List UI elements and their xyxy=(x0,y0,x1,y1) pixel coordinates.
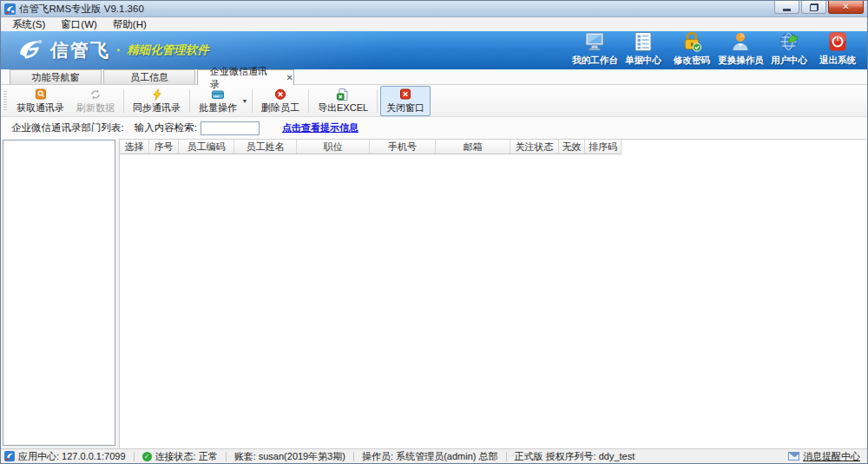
menu-help[interactable]: 帮助(H) xyxy=(105,17,155,32)
department-tree-panel[interactable] xyxy=(3,140,115,446)
column-header-sort-code[interactable]: 排序码 xyxy=(585,140,621,154)
brand: 信管飞 · 精细化管理软件 xyxy=(13,38,209,62)
status-separator xyxy=(226,452,227,461)
column-header-position[interactable]: 职位 xyxy=(297,140,370,154)
column-header-select[interactable]: 选择 xyxy=(120,140,149,154)
column-header-invalid[interactable]: 无效 xyxy=(559,140,585,154)
filter-row: 企业微信通讯录部门列表: 输入内容检索: 点击查看提示信息 xyxy=(1,117,867,139)
restore-icon xyxy=(810,3,819,11)
tab-function-navigation[interactable]: 功能导航窗 xyxy=(10,69,102,84)
export-excel-label: 导出EXCEL xyxy=(318,101,368,114)
get-contacts-button[interactable]: 获取通讯录 xyxy=(10,86,70,116)
minimize-button[interactable] xyxy=(774,1,799,14)
close-button[interactable]: ✕ xyxy=(828,1,864,14)
export-excel-icon xyxy=(336,88,350,101)
workbench-icon xyxy=(583,31,606,52)
close-window-icon xyxy=(398,88,412,101)
change-password-icon xyxy=(681,31,703,52)
app-center-segment[interactable]: 应用中心: 127.0.0.1:7099 xyxy=(4,450,126,463)
change-password-label: 修改密码 xyxy=(674,54,710,66)
document-center-button[interactable]: 单据中心 xyxy=(619,31,667,69)
sync-contacts-icon xyxy=(150,88,164,101)
refresh-icon xyxy=(89,88,102,101)
sync-contacts-label: 同步通讯录 xyxy=(133,101,181,114)
operator-text: 操作员: 系统管理员(admin) 总部 xyxy=(362,450,497,463)
account-segment: 账套: susan(2019年第3期) xyxy=(234,450,345,463)
search-label: 输入内容检索: xyxy=(135,121,197,134)
export-excel-button[interactable]: 导出EXCEL xyxy=(312,86,374,116)
message-center-link[interactable]: 消息提醒中心 xyxy=(803,450,860,463)
tab-employee-info-label: 员工信息 xyxy=(130,71,168,84)
connection-text: 连接状态: 正常 xyxy=(155,450,218,463)
minimize-icon xyxy=(783,9,791,11)
dept-list-label: 企业微信通讯录部门列表: xyxy=(11,121,124,134)
app-center-text: 应用中心: 127.0.0.1:7099 xyxy=(18,450,126,463)
column-header-email[interactable]: 邮箱 xyxy=(436,140,510,154)
user-center-icon xyxy=(778,31,800,52)
app-logo-icon xyxy=(4,3,16,15)
switch-operator-button[interactable]: 更换操作员 xyxy=(716,31,765,69)
contacts-table: 选择 序号 员工编码 员工姓名 职位 手机号 邮箱 关注状态 无效 排序码 xyxy=(119,139,866,448)
tab-bar: 功能导航窗 员工信息 企业微信通讯录 ✕ xyxy=(1,69,867,85)
batch-operation-label: 批量操作 xyxy=(199,101,237,114)
column-header-emp-code[interactable]: 员工编码 xyxy=(179,140,234,154)
app-center-logo-icon xyxy=(4,451,15,461)
tab-wechat-contacts-label: 企业微信通讯录 xyxy=(210,65,273,91)
toolbar-separator xyxy=(189,89,190,113)
refresh-data-label: 刷新数据 xyxy=(76,101,115,114)
brand-logo-icon xyxy=(13,38,44,62)
brand-separator: · xyxy=(116,42,121,58)
workbench-label: 我的工作台 xyxy=(572,54,618,66)
toolbar-separator xyxy=(123,89,124,113)
tab-function-navigation-label: 功能导航窗 xyxy=(32,71,80,84)
table-header-row: 选择 序号 员工编码 员工姓名 职位 手机号 邮箱 关注状态 无效 排序码 xyxy=(120,140,621,154)
banner-actions: 我的工作台 单据中心 xyxy=(570,31,862,69)
tab-employee-info[interactable]: 员工信息 xyxy=(103,69,195,84)
column-header-emp-name[interactable]: 员工姓名 xyxy=(234,140,297,154)
toolbar-separator xyxy=(252,89,253,113)
toolbar-grip[interactable] xyxy=(3,91,7,110)
connection-ok-icon: ✓ xyxy=(142,452,152,461)
workbench-button[interactable]: 我的工作台 xyxy=(570,31,619,69)
sync-contacts-button[interactable]: 同步通讯录 xyxy=(127,86,187,116)
message-center-segment[interactable]: 消息提醒中心 xyxy=(788,450,860,463)
main-area: 选择 序号 员工编码 员工姓名 职位 手机号 邮箱 关注状态 无效 排序码 xyxy=(1,139,867,448)
tip-link[interactable]: 点击查看提示信息 xyxy=(282,121,358,134)
user-center-label: 用户中心 xyxy=(771,54,807,66)
exit-system-label: 退出系统 xyxy=(819,54,856,66)
menu-window[interactable]: 窗口(W) xyxy=(53,17,105,32)
status-separator xyxy=(353,452,354,461)
delete-employee-label: 删除员工 xyxy=(261,101,299,114)
column-header-index[interactable]: 序号 xyxy=(149,140,179,154)
column-header-mobile[interactable]: 手机号 xyxy=(370,140,436,154)
batch-operation-dropdown-caret[interactable]: ▾ xyxy=(243,97,247,105)
restore-button[interactable] xyxy=(801,1,826,14)
title-bar: 信管飞RMS专业版 V9.1.360 ✕ xyxy=(1,1,867,17)
menu-bar: 系统(S) 窗口(W) 帮助(H) xyxy=(1,17,867,31)
switch-operator-label: 更换操作员 xyxy=(718,54,764,66)
document-center-icon xyxy=(632,31,654,52)
close-window-button[interactable]: 关闭窗口 xyxy=(380,86,431,116)
brand-name: 信管飞 xyxy=(50,38,110,62)
exit-system-button[interactable]: 退出系统 xyxy=(813,31,862,69)
search-input[interactable] xyxy=(201,121,260,135)
user-center-button[interactable]: 用户中心 xyxy=(765,31,813,69)
refresh-data-button[interactable]: 刷新数据 xyxy=(70,86,121,116)
change-password-button[interactable]: 修改密码 xyxy=(667,31,716,69)
close-window-label: 关闭窗口 xyxy=(386,101,424,114)
operator-segment: 操作员: 系统管理员(admin) 总部 xyxy=(362,450,497,463)
window-controls: ✕ xyxy=(773,1,867,14)
connection-segment: ✓ 连接状态: 正常 xyxy=(142,450,218,463)
status-bar: 应用中心: 127.0.0.1:7099 ✓ 连接状态: 正常 账套: susa… xyxy=(1,448,867,463)
menu-system[interactable]: 系统(S) xyxy=(4,17,53,32)
brand-tagline: 精细化管理软件 xyxy=(127,42,209,58)
toolbar-separator xyxy=(377,89,378,113)
get-contacts-icon xyxy=(34,88,48,101)
application-window: 信管飞RMS专业版 V9.1.360 ✕ 系统(S) 窗口(W) 帮助(H) 信… xyxy=(0,0,868,464)
envelope-icon xyxy=(788,452,799,461)
column-header-follow-status[interactable]: 关注状态 xyxy=(510,140,559,154)
status-separator xyxy=(134,452,135,461)
tab-close-icon[interactable]: ✕ xyxy=(286,74,293,82)
toolbar: 获取通讯录 刷新数据 同步通讯录 xyxy=(1,85,867,117)
tab-wechat-contacts[interactable]: 企业微信通讯录 ✕ xyxy=(197,69,294,85)
